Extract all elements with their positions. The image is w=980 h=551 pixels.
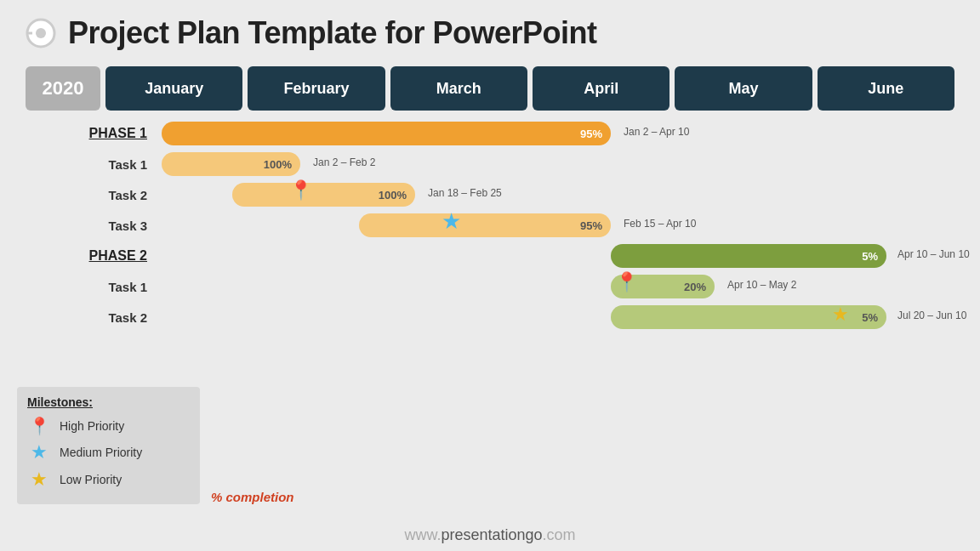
star-gold-marker: ★	[832, 304, 849, 326]
header-icon	[26, 18, 56, 48]
task1-p1-date: Jan 2 – Feb 2	[313, 156, 375, 168]
phase1-percent: 95%	[580, 128, 602, 140]
pin-icon: 📍	[27, 416, 51, 436]
milestone-low: ★ Low Priority	[27, 469, 186, 491]
phase1-date: Jan 2 – Apr 10	[624, 126, 689, 138]
task1-p1-row: Task 1 100% Jan 2 – Feb 2	[26, 150, 954, 179]
milestones-title: Milestones:	[27, 395, 186, 409]
task2-p2-bar: ★ 5%	[611, 305, 886, 329]
month-may: May	[675, 66, 812, 111]
header-area: Project Plan Template for PowerPoint	[26, 15, 954, 51]
task2-p2-timeline: ★ 5% Jul 20 – Jun 10	[157, 303, 954, 332]
phase2-label: PHASE 2	[89, 248, 147, 264]
task2-p2-label: Task 2	[108, 310, 147, 325]
phase2-percent: 5%	[862, 250, 878, 263]
task3-p1-row: Task 3 ★ 95% Feb 15 – Apr 10	[26, 211, 954, 240]
completion-note: % completion	[211, 490, 294, 504]
footer-tld: .com	[543, 526, 576, 543]
task1-p1-percent: 100%	[264, 158, 292, 171]
timeline-header: 2020 January February March April May Ju…	[26, 66, 954, 111]
task1-p2-percent: 20%	[684, 281, 706, 293]
task1-p2-label: Task 1	[108, 280, 147, 294]
pin-marker-p2-task1: 📍	[615, 271, 638, 293]
page-container: Project Plan Template for PowerPoint 202…	[0, 0, 980, 551]
task2-p1-percent: 100%	[379, 189, 407, 202]
task2-p1-timeline: 📍 100% Jan 18 – Feb 25	[157, 180, 954, 209]
task1-p1-bar: 100%	[162, 152, 300, 176]
phase2-bar: 5%	[611, 244, 886, 268]
pin-marker-task2: 📍	[289, 179, 312, 202]
milestone-high-label: High Priority	[60, 419, 124, 433]
month-march: March	[390, 66, 527, 111]
task3-p1-timeline: ★ 95% Feb 15 – Apr 10	[157, 211, 954, 240]
phase1-timeline: 95% Jan 2 – Apr 10	[157, 119, 954, 148]
task2-p1-bar: 📍 100%	[232, 183, 415, 207]
star-blue-marker: ★	[442, 208, 461, 235]
month-february: February	[248, 66, 385, 111]
task2-p1-date: Jan 18 – Feb 25	[428, 187, 502, 199]
phase2-row: PHASE 2 5% Apr 10 – Jun 10	[26, 241, 954, 270]
phase2-date: Apr 10 – Jun 10	[897, 248, 970, 260]
gantt-chart: PHASE 1 95% Jan 2 – Apr 10 Task 1	[26, 119, 954, 332]
star-gold-icon: ★	[27, 469, 51, 491]
milestones-box: Milestones: 📍 High Priority ★ Medium Pri…	[17, 387, 200, 504]
footer-www: www.	[404, 526, 441, 543]
task3-p1-date: Feb 15 – Apr 10	[624, 218, 696, 230]
month-april: April	[533, 66, 669, 111]
task2-p1-label: Task 2	[108, 188, 147, 202]
task3-p1-percent: 95%	[580, 219, 602, 232]
task3-p1-label: Task 3	[108, 219, 147, 233]
task2-p1-row: Task 2 📍 100% Jan 18 – Feb 25	[26, 180, 954, 209]
task1-p2-row: Task 1 📍 20% Apr 10 – May 2	[26, 272, 954, 301]
task2-p2-date: Jul 20 – Jun 10	[897, 310, 966, 321]
task1-p1-timeline: 100% Jan 2 – Feb 2	[157, 150, 954, 179]
svg-point-1	[36, 28, 46, 38]
phase1-row: PHASE 1 95% Jan 2 – Apr 10	[26, 119, 954, 148]
footer-domain: presentationgo	[441, 526, 542, 543]
page-title: Project Plan Template for PowerPoint	[68, 15, 596, 51]
star-blue-icon: ★	[27, 441, 51, 463]
phase2-timeline: 5% Apr 10 – Jun 10	[157, 241, 954, 270]
year-box: 2020	[26, 66, 100, 111]
task1-p2-date: Apr 10 – May 2	[727, 279, 796, 291]
month-january: January	[105, 66, 242, 111]
task1-p2-timeline: 📍 20% Apr 10 – May 2	[157, 272, 954, 301]
footer: www.presentationgo.com	[0, 526, 980, 544]
task2-p2-row: Task 2 ★ 5% Jul 20 – Jun 10	[26, 303, 954, 332]
milestone-high: 📍 High Priority	[27, 416, 186, 436]
milestone-low-label: Low Priority	[60, 473, 122, 486]
phase1-bar: 95%	[162, 122, 611, 145]
milestone-medium: ★ Medium Priority	[27, 441, 186, 463]
month-june: June	[818, 66, 954, 111]
task2-p2-percent: 5%	[862, 311, 878, 324]
task1-p2-bar: 📍 20%	[611, 275, 715, 298]
phase1-label: PHASE 1	[89, 126, 147, 141]
task3-p1-bar: ★ 95%	[359, 213, 611, 237]
task1-p1-label: Task 1	[108, 157, 147, 172]
milestone-medium-label: Medium Priority	[60, 446, 142, 459]
